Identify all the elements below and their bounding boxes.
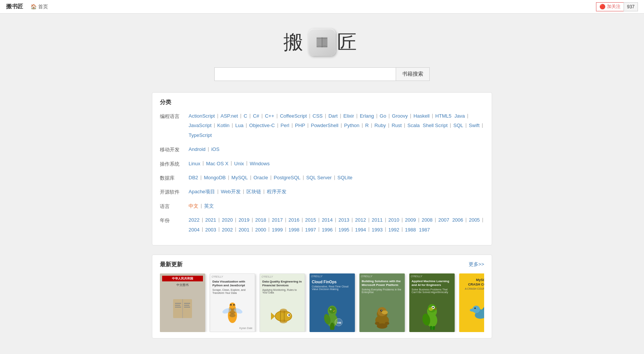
cat-link-lua[interactable]: Lua [234, 121, 245, 130]
cat-link-powdershell[interactable]: PowderShell [309, 121, 340, 130]
cat-link-2021[interactable]: 2021 [204, 215, 218, 225]
cat-link-1988[interactable]: 1988 [404, 225, 418, 234]
cat-link-rust[interactable]: Rust [390, 121, 403, 130]
cat-link-2022[interactable]: 2022 [187, 215, 201, 225]
cat-link-linux[interactable]: Linux [187, 159, 202, 168]
cat-link-sqlite[interactable]: SQLite [336, 173, 354, 182]
cat-link-csharp[interactable]: C# [251, 111, 261, 121]
cat-link-2001[interactable]: 2001 [237, 225, 251, 234]
cat-link-apache[interactable]: Apache项目 [187, 187, 217, 196]
cat-link-macosx[interactable]: Mac OS X [204, 159, 230, 168]
cat-link-2000[interactable]: 2000 [254, 225, 268, 234]
cat-link-shellscript[interactable]: Shell Script [421, 121, 449, 130]
cat-link-elixir[interactable]: Elixir [342, 111, 356, 121]
cat-link-html5[interactable]: HTML5 [434, 111, 453, 121]
cat-link-2012[interactable]: 2012 [353, 215, 367, 225]
cat-link-windows[interactable]: Windows [248, 159, 271, 168]
search-input[interactable] [214, 67, 396, 81]
cat-link-haskell[interactable]: Haskell [412, 111, 431, 121]
cat-link-c[interactable]: C [242, 111, 249, 121]
book-subtitle-2: Scrape, Clean, Explore, and Transform Yo… [212, 289, 252, 295]
cat-link-2018[interactable]: 2018 [254, 215, 268, 225]
cat-link-cpp[interactable]: C++ [263, 111, 276, 121]
cat-link-2013[interactable]: 2013 [337, 215, 351, 225]
book-card-5[interactable]: O'REILLY Building Solutions with the Mic… [359, 273, 405, 332]
book-card-1[interactable]: 中华人民共和国 中文图书 [160, 273, 205, 332]
cat-link-groovy[interactable]: Groovy [390, 111, 409, 121]
cat-link-1992[interactable]: 1992 [387, 225, 401, 234]
cat-link-2014[interactable]: 2014 [320, 215, 334, 225]
cat-link-objc[interactable]: Objective-C [248, 121, 276, 130]
book-card-6[interactable]: O'REILLY Applied Machine Learning and AI… [409, 273, 455, 332]
cat-link-r[interactable]: R [364, 121, 370, 130]
cat-link-2011[interactable]: 2011 [370, 215, 384, 225]
cat-link-webdev[interactable]: Web开发 [219, 187, 242, 196]
cat-link-oracle[interactable]: Oracle [252, 173, 269, 182]
cat-link-1997[interactable]: 1997 [303, 225, 317, 234]
cat-link-1993[interactable]: 1993 [370, 225, 384, 234]
cat-link-1999[interactable]: 1999 [270, 225, 284, 234]
cat-link-2015[interactable]: 2015 [303, 215, 317, 225]
nav-home-link[interactable]: 🏠 首页 [31, 3, 48, 10]
cat-link-2009[interactable]: 2009 [404, 215, 418, 225]
cat-link-javascript[interactable]: JavaScript [187, 121, 213, 130]
cat-link-scala[interactable]: Scala [406, 121, 421, 130]
cat-link-2004[interactable]: 2004 [187, 225, 201, 234]
cat-link-java[interactable]: Java [453, 111, 466, 121]
cat-link-2002[interactable]: 2002 [220, 225, 234, 234]
cat-link-1995[interactable]: 1995 [337, 225, 351, 234]
cat-link-2003[interactable]: 2003 [204, 225, 218, 234]
cat-link-sql[interactable]: SQL [452, 121, 464, 130]
cat-link-mysql[interactable]: MySQL [230, 173, 249, 182]
cat-link-swift[interactable]: Swift [468, 121, 481, 130]
category-row-year: 年份 2022| 2021| 2020| 2019| 2018| 2017| 2… [160, 215, 484, 234]
cat-link-english[interactable]: 英文 [203, 201, 215, 211]
cat-link-2017[interactable]: 2017 [270, 215, 284, 225]
cat-link-aspnet[interactable]: ASP.net [219, 111, 240, 121]
cat-link-1998[interactable]: 1998 [287, 225, 301, 234]
cat-link-db2[interactable]: DB2 [187, 173, 200, 182]
cat-link-go[interactable]: Go [378, 111, 388, 121]
cat-link-python[interactable]: Python [343, 121, 361, 130]
oreilly-badge-3: O'REILLY [262, 275, 273, 278]
cat-link-2019[interactable]: 2019 [237, 215, 251, 225]
cat-link-postgresql[interactable]: PostgreSQL [272, 173, 302, 182]
cat-link-ruby[interactable]: Ruby [373, 121, 387, 130]
cat-link-dart[interactable]: Dart [327, 111, 339, 121]
cat-link-2008[interactable]: 2008 [420, 215, 434, 225]
cat-link-mongodb[interactable]: MongoDB [202, 173, 227, 182]
cat-link-2010[interactable]: 2010 [387, 215, 401, 225]
book-card-4[interactable]: O'REILLY Cloud FinOps Collaborative, Rea… [310, 273, 355, 332]
cat-link-2006[interactable]: 2006 [451, 215, 465, 225]
cat-link-unix[interactable]: Unix [233, 159, 246, 168]
book-card-3[interactable]: O'REILLY Data Quality Engineering in Fin… [260, 273, 305, 332]
cat-link-perl[interactable]: Perl [279, 121, 291, 130]
cat-link-actionscript[interactable]: ActionScript [187, 111, 216, 121]
cat-link-ios[interactable]: iOS [210, 144, 221, 154]
cat-link-2020[interactable]: 2020 [220, 215, 234, 225]
cat-link-typescript[interactable]: TypeScript [187, 130, 213, 140]
cat-link-coffeescript[interactable]: CoffeeScript [279, 111, 308, 121]
follow-button[interactable]: 🔴 加关注 [596, 2, 624, 11]
book-card-7[interactable]: MySQLCRASH COURSE A CRASH COURSE SERIES [459, 273, 484, 332]
cat-link-kotlin[interactable]: Kotlin [216, 121, 231, 130]
book-image-area-2 [212, 295, 252, 326]
search-button[interactable]: 书籍搜索 [396, 67, 430, 81]
cat-link-1987[interactable]: 1987 [418, 225, 432, 234]
cat-link-sqlserver[interactable]: SQL Server [305, 173, 333, 182]
cat-link-php[interactable]: PHP [294, 121, 307, 130]
cat-link-android[interactable]: Android [187, 144, 207, 154]
book-card-2[interactable]: O'REILLY Data Visualization with Python … [210, 273, 255, 332]
cat-link-erlang[interactable]: Erlang [358, 111, 376, 121]
book-stamp-1: 中华人民共和国 [162, 276, 203, 281]
cat-link-2007[interactable]: 2007 [437, 215, 451, 225]
cat-link-progdev[interactable]: 程序开发 [265, 187, 288, 196]
cat-link-1996[interactable]: 1996 [320, 225, 334, 234]
cat-link-blockchain[interactable]: 区块链 [245, 187, 263, 196]
cat-link-chinese[interactable]: 中文 [187, 201, 200, 211]
cat-link-2005[interactable]: 2005 [468, 215, 481, 225]
more-link[interactable]: 更多>> [469, 261, 484, 268]
cat-link-2016[interactable]: 2016 [287, 215, 301, 225]
cat-link-1994[interactable]: 1994 [353, 225, 367, 234]
cat-link-css[interactable]: CSS [311, 111, 324, 121]
